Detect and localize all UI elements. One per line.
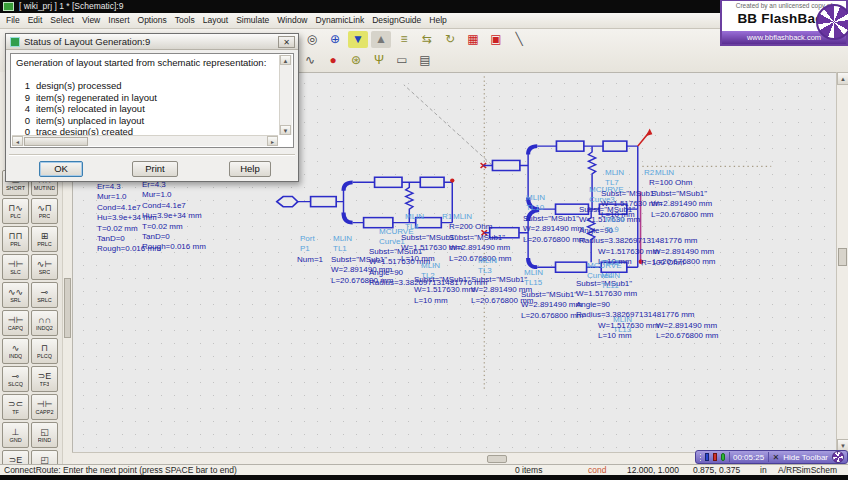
- palette-item-indq[interactable]: ∿INDQ: [2, 338, 29, 364]
- scrollbar-thumb[interactable]: [487, 455, 507, 463]
- scrollbar-thumb[interactable]: [838, 248, 847, 266]
- scroll-right-icon[interactable]: ▸: [267, 136, 278, 146]
- menu-item-designguide[interactable]: DesignGuide: [368, 13, 425, 28]
- palette-item-label: RIND: [38, 437, 51, 444]
- var-equation-icon[interactable]: ⊛: [346, 52, 366, 69]
- display-template-icon[interactable]: ▭: [392, 52, 412, 69]
- palette-item-prlc[interactable]: ⊞PRLC: [31, 226, 58, 252]
- dialog-horizontal-scrollbar[interactable]: ◂ ▸: [12, 135, 278, 146]
- dialog-message-list: Generation of layout started from schema…: [10, 53, 294, 148]
- help-button[interactable]: Help: [229, 161, 271, 177]
- prl-icon: ⊓⊓: [8, 231, 22, 241]
- palette-item-label: TF: [12, 409, 19, 416]
- capq-icon: ⊣⊢: [8, 315, 24, 325]
- hide-toolbar-button[interactable]: Hide Toolbar: [783, 453, 828, 462]
- palette-row: ∿∿SRL⊸SRLC: [2, 282, 62, 308]
- push-into-hierarchy-icon[interactable]: ▼: [348, 31, 368, 48]
- rotate-items-icon[interactable]: ↻: [440, 31, 460, 48]
- print-button[interactable]: Print: [132, 161, 178, 177]
- stat-count: 0: [16, 115, 30, 127]
- flashback-logo-icon: [832, 451, 844, 463]
- canvas-vertical-scrollbar[interactable]: ▲ ▼: [836, 72, 848, 452]
- status-hint: ConnectRoute: Enter the next point (pres…: [4, 465, 237, 475]
- gnd-icon: ⊥: [12, 427, 20, 437]
- dialog-stat-line: 4item(s) relocated in layout: [16, 103, 277, 115]
- palette-item-rind[interactable]: ◱RIND: [31, 422, 58, 448]
- toolbar-grip-icon[interactable]: [699, 453, 701, 462]
- dialog-stat-line: 1design(s) processed: [16, 80, 277, 92]
- menu-item-view[interactable]: View: [78, 13, 104, 28]
- wire-name-icon[interactable]: ∿: [300, 52, 320, 69]
- dialog-title: Status of Layout Generation:9: [24, 36, 150, 47]
- align-components-icon[interactable]: ≡: [394, 31, 414, 48]
- palette-item-xferp[interactable]: ⊃ΕXferp: [2, 450, 29, 464]
- palette-item-slc[interactable]: ⊣⊢SLC: [2, 254, 29, 280]
- palette-item-srl[interactable]: ∿∿SRL: [2, 282, 29, 308]
- palette-item-label: SLCQ: [8, 381, 23, 388]
- palette-item-plc[interactable]: ⊓∿PLC: [2, 198, 29, 224]
- palette-item-label: SRLC: [37, 297, 52, 304]
- swap-components-icon[interactable]: ⇆: [417, 31, 437, 48]
- pause-recording-icon[interactable]: [705, 453, 709, 461]
- scroll-up-icon[interactable]: ▲: [837, 72, 848, 85]
- prlc-icon: ⊞: [41, 231, 49, 241]
- palette-row: ⊓⊓PRL⊞PRLC: [2, 226, 62, 252]
- dialog-close-icon[interactable]: ✕: [278, 36, 295, 48]
- palette-row: ⊃⊂TF⊣⊢CAPP2: [2, 394, 62, 420]
- palette-item-capp2[interactable]: ⊣⊢CAPP2: [31, 394, 58, 420]
- dialog-stats: 1design(s) processed9item(s) regenerated…: [16, 80, 277, 138]
- palette-item-indq2[interactable]: ∩∩INDQ2: [31, 310, 58, 336]
- scrollbar-thumb[interactable]: [24, 137, 88, 146]
- dialog-vertical-scrollbar[interactable]: ▲ ▼: [279, 55, 292, 135]
- netlist-icon[interactable]: ▤: [415, 52, 435, 69]
- palette-item-srlc[interactable]: ⊸SRLC: [31, 282, 58, 308]
- palette-item-prc[interactable]: ∿⊓PRC: [31, 198, 58, 224]
- menu-item-dynamiclink[interactable]: DynamicLink: [312, 13, 369, 28]
- menu-item-file[interactable]: File: [2, 13, 24, 28]
- play-recording-icon[interactable]: [721, 453, 724, 461]
- menu-item-select[interactable]: Select: [46, 13, 78, 28]
- flashback-record-toolbar: 00:05:25 ✕ Hide Toolbar: [695, 450, 848, 464]
- menu-item-window[interactable]: Window: [273, 13, 311, 28]
- palette-row: ⊣⊢SLC∿⊢SRC: [2, 254, 62, 280]
- menu-item-tools[interactable]: Tools: [171, 13, 199, 28]
- palette-item-label: GND: [9, 437, 21, 444]
- scroll-down-icon[interactable]: ▼: [280, 125, 291, 135]
- xferp-icon: ⊃Ε: [9, 455, 23, 465]
- menu-item-help[interactable]: Help: [425, 13, 450, 28]
- palette-item-capq[interactable]: ⊣⊢CAPQ: [2, 310, 29, 336]
- palette-item-prl[interactable]: ⊓⊓PRL: [2, 226, 29, 252]
- palette-item-src[interactable]: ∿⊢SRC: [31, 254, 58, 280]
- menu-item-insert[interactable]: Insert: [104, 13, 133, 28]
- port-symbol: [277, 197, 298, 207]
- dialog-title-bar[interactable]: Status of Layout Generation:9: [6, 34, 298, 50]
- probe-icon[interactable]: Ψ: [369, 52, 389, 69]
- ok-button[interactable]: OK: [39, 161, 83, 177]
- stop-recording-icon[interactable]: [713, 453, 718, 461]
- menu-item-edit[interactable]: Edit: [24, 13, 47, 28]
- palette-scrollbar[interactable]: [62, 170, 72, 464]
- palette-row: ⊓∿PLC∿⊓PRC: [2, 198, 62, 224]
- rind-icon: ◱: [40, 427, 49, 437]
- palette-item-tf[interactable]: ⊃⊂TF: [2, 394, 29, 420]
- palette-item-xfenth[interactable]: ◰Xfenth: [31, 450, 58, 464]
- deactivate-component-icon[interactable]: ▦: [463, 31, 483, 48]
- smart-wire-icon[interactable]: ╲: [509, 31, 529, 48]
- scroll-left-icon[interactable]: ◂: [12, 136, 23, 146]
- component-options-icon[interactable]: ▣: [486, 31, 506, 48]
- zoom-point-icon[interactable]: ⊕: [325, 31, 345, 48]
- scrollbar-thumb[interactable]: [64, 278, 71, 338]
- menu-item-layout[interactable]: Layout: [199, 13, 233, 28]
- pop-out-hierarchy-icon[interactable]: ▲: [371, 31, 391, 48]
- close-toolbar-icon[interactable]: ✕: [773, 453, 780, 462]
- palette-item-slcq[interactable]: ⊸SLCQ: [2, 366, 29, 392]
- insert-node-icon[interactable]: ●: [323, 52, 343, 69]
- menu-item-options[interactable]: Options: [134, 13, 171, 28]
- palette-item-gnd[interactable]: ⊥GND: [2, 422, 29, 448]
- indq-icon: ∿: [12, 343, 20, 353]
- palette-item-tf3[interactable]: ⊃ΕTF3: [31, 366, 58, 392]
- palette-item-plcq[interactable]: ⊓PLCQ: [31, 338, 58, 364]
- scroll-up-icon[interactable]: ▲: [280, 55, 291, 65]
- menu-item-simulate[interactable]: Simulate: [232, 13, 273, 28]
- zoom-area-icon[interactable]: ◎: [302, 31, 322, 48]
